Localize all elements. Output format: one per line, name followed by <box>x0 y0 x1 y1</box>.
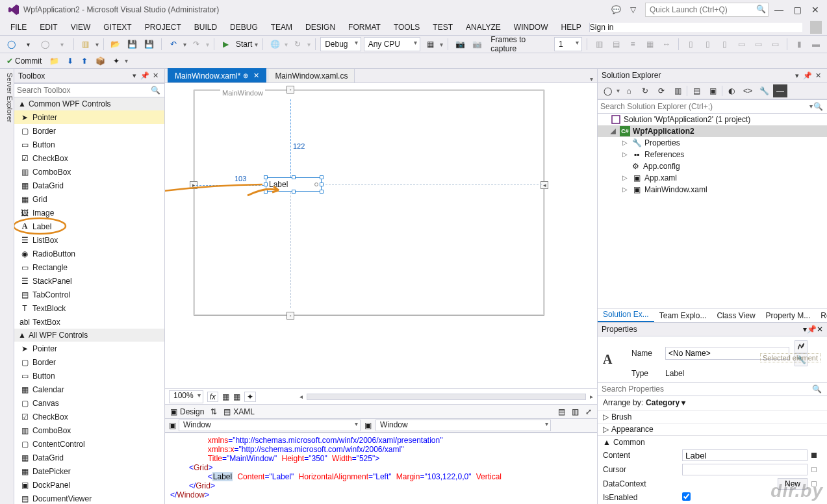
frames-dropdown[interactable]: 1 <box>554 37 582 51</box>
toolbox-item2-checkbox[interactable]: ☑CheckBox <box>14 410 164 423</box>
camera-icon[interactable]: 📷 <box>453 37 467 51</box>
quick-launch-input[interactable] <box>645 3 769 17</box>
prop-datacontext-new-button[interactable]: New <box>778 478 808 490</box>
sz1-icon[interactable]: ▮ <box>792 37 806 51</box>
undo-button[interactable]: ↶ <box>166 37 181 51</box>
designer-label-element[interactable]: Label <box>266 177 322 192</box>
menu-analyze[interactable]: ANALYZE <box>461 21 506 34</box>
properties-close-icon[interactable]: ✕ <box>817 325 823 334</box>
prop-events-button[interactable]: 🗲 <box>795 340 808 353</box>
toolbox-item2-datagrid[interactable]: ▦DataGrid <box>14 451 164 464</box>
expand-icon[interactable]: ⤢ <box>585 407 592 416</box>
toolbox-item2-dockpanel[interactable]: ▣DockPanel <box>14 478 164 492</box>
split-h-icon[interactable]: ▤ <box>558 407 565 416</box>
toolbox-item-stackpanel[interactable]: ☰StackPanel <box>14 274 164 288</box>
menu-help[interactable]: HELP <box>555 21 586 34</box>
toolbox-item2-canvas[interactable]: ▢Canvas <box>14 396 164 410</box>
toolbox-category-all[interactable]: ▲All WPF Controls <box>14 329 164 342</box>
sol-code-icon[interactable]: <> <box>741 84 755 97</box>
solution-search-input[interactable] <box>600 102 824 111</box>
toolbox-item-datagrid[interactable]: ▦DataGrid <box>14 179 164 192</box>
xaml-tab[interactable]: ▤ XAML <box>223 407 255 416</box>
notifications-icon[interactable]: 💬 <box>609 3 623 17</box>
tbl2-icon[interactable]: ▤ <box>609 37 623 51</box>
subtab-classview[interactable]: Class View <box>711 309 760 322</box>
tab-mainwindow-cs[interactable]: MainWindow.xaml.cs <box>268 68 355 82</box>
prop-marker-icon[interactable] <box>811 481 817 486</box>
close-button[interactable]: ✕ <box>808 5 823 15</box>
avatar-icon[interactable] <box>810 21 822 34</box>
tab-mainwindow-xaml[interactable]: MainWindow.xaml*⊕✕ <box>168 68 266 82</box>
toolbox-item2-combobox[interactable]: ▥ComboBox <box>14 423 164 437</box>
toolbox-item-checkbox[interactable]: ☑CheckBox <box>14 151 164 165</box>
prop-cat-brush[interactable]: ▷Brush <box>598 410 827 423</box>
tbl5-icon[interactable]: ↔ <box>659 37 674 51</box>
al6-icon[interactable]: ▭ <box>768 37 782 51</box>
subtab-propertymgr[interactable]: Property M... <box>761 309 816 322</box>
element-dropdown-left[interactable]: Window <box>179 420 361 431</box>
sol-preview-icon[interactable]: ◐ <box>724 84 739 97</box>
toolbox-item-image[interactable]: 🖼Image <box>14 206 164 220</box>
open-file-button[interactable]: 📂 <box>108 37 123 51</box>
xaml-editor[interactable]: xmlns="http://schemas.microsoft.com/winf… <box>165 433 597 504</box>
toolbox-category-common[interactable]: ▲Common WPF Controls <box>14 97 164 110</box>
toolbox-search-input[interactable] <box>17 86 162 95</box>
grid-snap-button[interactable]: ▦ <box>222 392 229 401</box>
nav-fwd-dd[interactable]: ▾ <box>55 37 69 51</box>
design-window[interactable]: MainWindow ◦ ▸ ◂ ◦ 122 103 Label <box>194 90 544 316</box>
prop-cat-appearance[interactable]: ▷Appearance <box>598 423 827 436</box>
toolbox-item2-border[interactable]: ▢Border <box>14 355 164 369</box>
prop-content-input[interactable] <box>682 449 808 461</box>
sol-showall-icon[interactable]: ▥ <box>670 84 685 97</box>
sol-home-icon[interactable]: ⌂ <box>622 84 636 97</box>
toolbox-item-listbox[interactable]: ☰ListBox <box>14 233 164 247</box>
save-all-button[interactable]: 💾 <box>142 37 157 51</box>
zoom-dropdown[interactable]: 100% <box>169 390 203 403</box>
prop-cursor-input[interactable] <box>682 464 808 475</box>
anchor-bottom[interactable]: ◦ <box>286 312 294 320</box>
toolbox-item-label[interactable]: ALabel <box>14 220 164 233</box>
menu-debug[interactable]: DEBUG <box>225 21 263 34</box>
git-folder-icon[interactable]: 📁 <box>47 55 62 68</box>
commit-button[interactable]: ✔Commit <box>4 55 44 68</box>
element-dropdown-right[interactable]: Window <box>375 420 551 431</box>
sol-appxaml[interactable]: ▷▣App.xaml <box>598 172 827 184</box>
start-label[interactable]: Start <box>236 40 252 49</box>
browser-refresh[interactable]: ↻ <box>290 37 305 51</box>
tbl1-icon[interactable]: ▥ <box>592 37 606 51</box>
toolbox-item-border[interactable]: ▢Border <box>14 124 164 138</box>
toolbox-item2-documentviewer[interactable]: ▤DocumentViewer <box>14 492 164 504</box>
toolbox-item2-datepicker[interactable]: ▦DatePicker <box>14 464 164 478</box>
prop-isenabled-checkbox[interactable] <box>682 492 691 501</box>
sol-mainwindow[interactable]: ▷▣MainWindow.xaml <box>598 184 827 195</box>
toolbox-item-tabcontrol[interactable]: ▤TabControl <box>14 288 164 301</box>
prop-marker-icon[interactable] <box>811 453 817 458</box>
nav-back-button[interactable]: ◯ <box>4 37 18 51</box>
platform-dropdown[interactable]: Any CPU <box>364 37 421 51</box>
toolbox-item2-calendar[interactable]: ▦Calendar <box>14 383 164 396</box>
redo-button[interactable]: ↷ <box>189 37 203 51</box>
design-tab[interactable]: ▣ Design <box>170 407 204 416</box>
sol-appconfig[interactable]: ⚙App.config <box>598 160 827 172</box>
arrange-dropdown[interactable]: Category ▾ <box>646 398 685 407</box>
sol-sync-icon[interactable]: ⟳ <box>654 84 668 97</box>
feedback-icon[interactable]: ▽ <box>626 3 640 17</box>
browser-dd[interactable]: 🌐 <box>268 37 282 51</box>
toolbox-options-dd[interactable]: ▾ <box>129 71 140 80</box>
toolbox-item-textbox[interactable]: ablTextBox <box>14 315 164 329</box>
menu-tools[interactable]: TOOLS <box>388 21 425 34</box>
sz2-icon[interactable]: ▬ <box>809 37 823 51</box>
toolbox-item2-contentcontrol[interactable]: ▢ContentControl <box>14 437 164 451</box>
git-stash-icon[interactable]: 📦 <box>93 55 108 68</box>
toolbox-item2-button[interactable]: ▭Button <box>14 369 164 383</box>
sol-refresh-icon[interactable]: ↻ <box>638 84 652 97</box>
subtab-solution[interactable]: Solution Ex... <box>598 308 654 322</box>
toolbox-item2-pointer[interactable]: ➤Pointer <box>14 342 164 355</box>
minimize-button[interactable]: — <box>771 5 787 15</box>
menu-build[interactable]: BUILD <box>189 21 222 34</box>
new-project-button[interactable]: ▥ <box>79 37 93 51</box>
toolbox-close-icon[interactable]: ✕ <box>150 71 160 80</box>
subtab-resourceview[interactable]: Resource V... <box>815 309 827 322</box>
sol-project[interactable]: ◢C#WpfApplication2 <box>598 125 827 137</box>
sol-references[interactable]: ▷▪▪References <box>598 149 827 160</box>
